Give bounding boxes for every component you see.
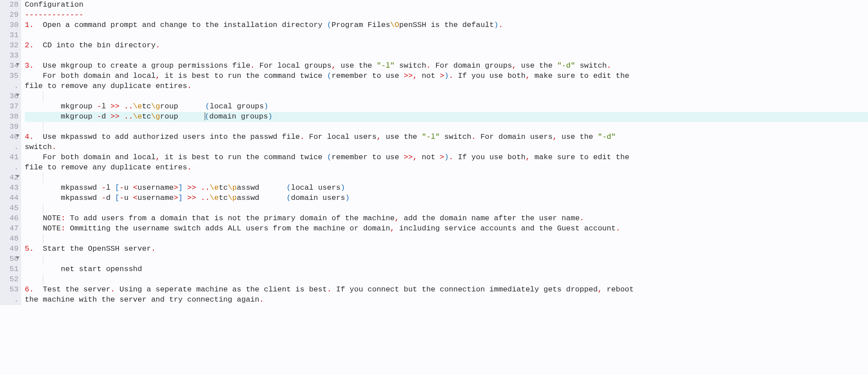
code-token: l [106, 184, 115, 192]
line-number[interactable]: 36 [0, 92, 19, 102]
code-line[interactable]: 6. Test the server. Using a seperate mac… [25, 285, 868, 295]
code-line[interactable]: 3. Use mkgroup to create a group permiss… [25, 61, 868, 71]
code-line[interactable]: NOTE: To add users from a domain that is… [25, 214, 868, 224]
code-line[interactable]: 5. Start the OpenSSH server. [25, 244, 868, 254]
code-token: For local users [305, 133, 377, 141]
line-number[interactable]: 32 [0, 41, 19, 51]
line-number-label: 35 [10, 72, 19, 80]
code-line[interactable] [25, 254, 868, 264]
code-line[interactable]: 4. Use mkpasswd to add authorized users … [25, 132, 868, 142]
line-number[interactable]: 41 [0, 153, 19, 163]
line-number[interactable]: 33 [0, 51, 19, 61]
line-number[interactable]: . [0, 163, 19, 173]
code-line[interactable]: file to remove any duplicate entires. [25, 81, 868, 92]
line-number-label: . [14, 295, 19, 304]
code-line[interactable]: mkgroup -l >> ..\etc\group (local groups… [25, 102, 868, 112]
code-token: For domain groups [431, 61, 512, 70]
line-number-label: 52 [10, 275, 19, 283]
line-number[interactable]: 40 [0, 132, 19, 142]
line-number[interactable]: 50 [0, 254, 19, 264]
code-token: < [133, 194, 138, 202]
code-token: . [449, 153, 453, 161]
code-token: remember to use [332, 153, 404, 161]
fold-icon[interactable] [16, 63, 19, 66]
code-line[interactable]: Configuration [25, 0, 868, 10]
code-line[interactable]: For both domain and local, it is best to… [25, 71, 868, 81]
code-line[interactable] [25, 31, 868, 41]
code-line[interactable] [25, 203, 868, 214]
line-number[interactable]: 38 [0, 112, 19, 122]
code-token: To add users from a domain that is not t… [65, 214, 395, 222]
code-token: ] [178, 194, 183, 202]
code-token: 2 [25, 41, 29, 50]
code-token: Configuration [25, 0, 84, 9]
code-line[interactable] [25, 234, 868, 244]
code-token: d [101, 112, 110, 121]
code-line[interactable]: the machine with the server and try conn… [25, 295, 868, 305]
code-token: . [29, 245, 34, 253]
code-token: For both domain and local [25, 153, 156, 161]
code-token: , [413, 72, 417, 80]
code-line[interactable] [25, 92, 868, 102]
code-line[interactable]: 1. Open a command prompt and change to t… [25, 20, 868, 31]
line-number-label: 37 [10, 102, 19, 111]
code-line[interactable]: net start opensshd [25, 264, 868, 275]
code-line[interactable] [25, 275, 868, 285]
line-number[interactable]: . [0, 295, 19, 305]
code-token: \e [133, 102, 142, 111]
code-token: - [97, 102, 101, 111]
line-number[interactable]: 30 [0, 20, 19, 31]
line-number[interactable]: 44 [0, 193, 19, 203]
line-number[interactable]: 43 [0, 183, 19, 193]
line-number[interactable]: 45 [0, 203, 19, 214]
line-number[interactable]: 53 [0, 285, 19, 295]
line-number[interactable]: 48 [0, 234, 19, 244]
fold-icon[interactable] [16, 175, 19, 178]
code-token: Program Files [332, 21, 390, 29]
code-line[interactable]: NOTE: Ommitting the username switch adds… [25, 224, 868, 234]
code-token: ( [205, 102, 210, 111]
code-line[interactable]: For both domain and local, it is best to… [25, 153, 868, 163]
line-number[interactable]: 49 [0, 244, 19, 254]
line-number[interactable]: 28 [0, 0, 19, 10]
line-number[interactable]: 35 [0, 71, 19, 81]
line-number-label: 53 [10, 285, 19, 294]
code-line[interactable]: 2. CD into the bin directory. [25, 41, 868, 51]
line-number[interactable]: . [0, 81, 19, 92]
fold-icon[interactable] [16, 256, 19, 259]
line-number-gutter[interactable]: 2829303132333435.3637383940.41.424344454… [0, 0, 21, 305]
code-line[interactable]: file to remove any duplicate entires. [25, 163, 868, 173]
code-editor[interactable]: 2829303132333435.3637383940.41.424344454… [0, 0, 868, 305]
line-number[interactable]: 42 [0, 173, 19, 183]
code-line[interactable]: mkpasswd -d [-u <username>] >> ..\etc\pa… [25, 193, 868, 203]
code-line[interactable]: ------------- [25, 10, 868, 20]
code-token: ) [264, 102, 268, 111]
code-line[interactable]: switch. [25, 142, 868, 153]
code-token: If you connect but the connection immedi… [332, 285, 598, 294]
code-token: ( [205, 112, 209, 121]
line-number[interactable]: 37 [0, 102, 19, 112]
line-number[interactable]: 31 [0, 31, 19, 41]
code-token: including service accounts and the Guest… [395, 224, 616, 233]
line-number[interactable]: 29 [0, 10, 19, 20]
line-number[interactable]: 34 [0, 61, 19, 71]
line-number[interactable]: . [0, 142, 19, 153]
code-token: username [138, 194, 174, 202]
code-token: 5 [25, 245, 29, 253]
code-line[interactable] [25, 122, 868, 132]
line-number[interactable]: 51 [0, 264, 19, 275]
code-token: For domain users [476, 133, 552, 141]
code-token: "-d" [557, 61, 575, 70]
code-area[interactable]: Configuration-------------1. Open a comm… [21, 0, 868, 305]
line-number[interactable]: 39 [0, 122, 19, 132]
code-token: , [156, 153, 160, 161]
code-line[interactable] [25, 51, 868, 61]
line-number[interactable]: 47 [0, 224, 19, 234]
code-line[interactable]: mkgroup -d >> ..\etc\group (domain group… [25, 112, 868, 122]
fold-icon[interactable] [16, 94, 19, 96]
line-number[interactable]: 52 [0, 275, 19, 285]
code-line[interactable]: mkpasswd -l [-u <username>] >> ..\etc\pa… [25, 183, 868, 193]
line-number[interactable]: 46 [0, 214, 19, 224]
code-line[interactable] [25, 173, 868, 183]
fold-icon[interactable] [16, 134, 19, 137]
